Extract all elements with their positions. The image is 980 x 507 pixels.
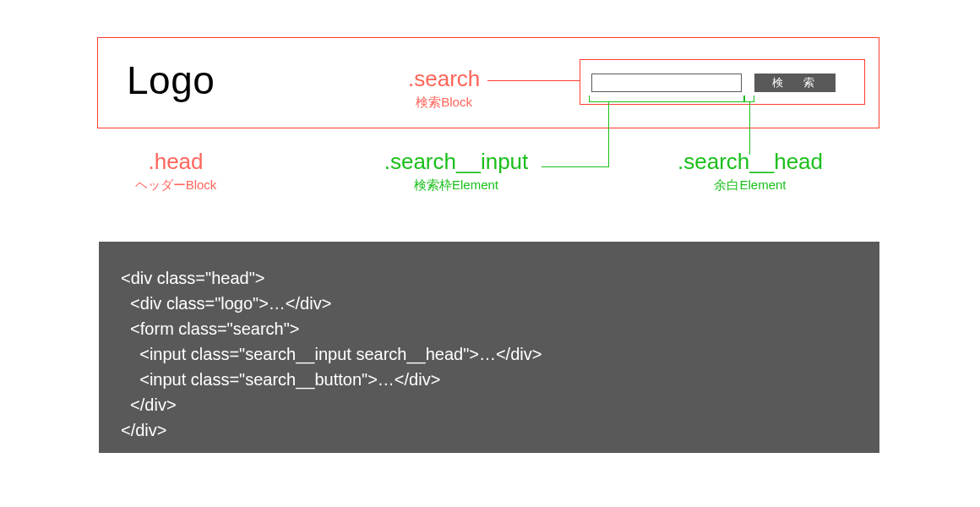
leader-line-search	[487, 80, 580, 81]
code-line: <input class="search__button">…</div>	[121, 370, 440, 389]
annotation-search-input-class: .search__input	[338, 149, 574, 175]
bracket-search-input	[589, 95, 744, 102]
bracket-search-head-stem	[749, 102, 750, 155]
code-line: <input class="search__input search__head…	[121, 345, 542, 363]
annotation-search-head-desc: 余白Element	[632, 177, 868, 194]
annotation-head-class: .head	[108, 149, 243, 175]
annotation-search-input: .search__input 検索枠Element	[338, 149, 574, 194]
code-line: <div class="logo">…</div>	[121, 294, 331, 313]
search-button[interactable]: 検 索	[754, 74, 836, 92]
annotation-search: .search 検索Block	[408, 66, 480, 111]
logo-text: Logo	[127, 57, 215, 103]
code-line: </div>	[121, 421, 166, 439]
bracket-search-head	[744, 95, 754, 102]
annotation-search-head-class: .search__head	[632, 149, 868, 175]
code-line: <form class="search">	[121, 319, 300, 338]
annotation-search-desc: 検索Block	[408, 95, 480, 111]
bracket-search-input-stem	[608, 102, 609, 166]
annotation-search-head: .search__head 余白Element	[632, 149, 868, 194]
code-snippet: <div class="head"> <div class="logo">…</…	[99, 242, 879, 453]
annotation-head: .head ヘッダーBlock	[108, 149, 243, 194]
search-input[interactable]	[591, 74, 742, 92]
leader-line-search-input	[542, 166, 609, 167]
annotation-head-desc: ヘッダーBlock	[108, 177, 243, 194]
code-line: </div>	[121, 395, 177, 414]
annotation-search-input-desc: 検索枠Element	[338, 177, 574, 194]
annotation-search-class: .search	[408, 66, 480, 92]
code-line: <div class="head">	[121, 269, 264, 287]
